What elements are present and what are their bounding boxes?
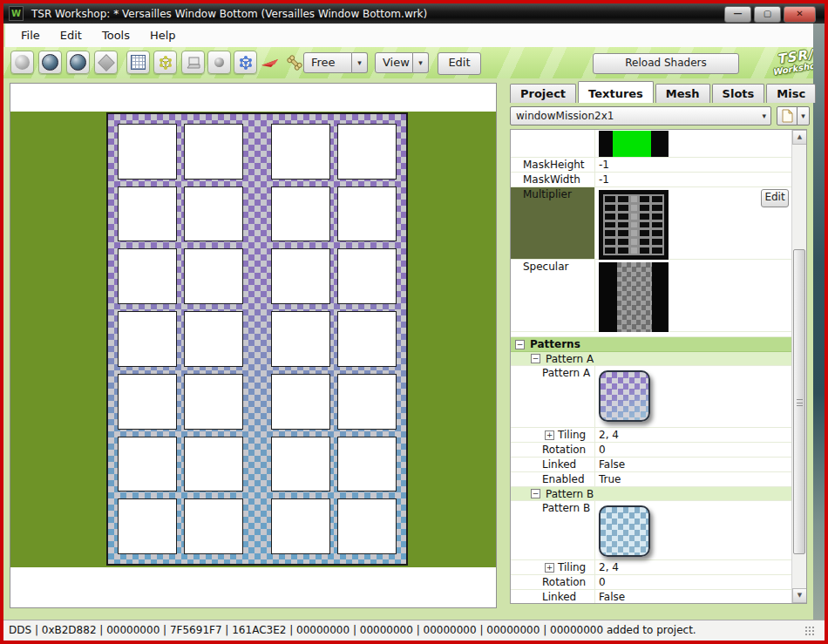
expand-icon[interactable]: + <box>545 563 554 573</box>
property-value[interactable]: False <box>595 590 791 604</box>
panel-tabs: Project Textures Mesh Slots Misc <box>510 81 818 103</box>
patterns-section-header[interactable]: − Patterns <box>511 337 791 352</box>
title-bar[interactable]: W TSR Workshop: * Versailles Window Bott… <box>3 3 825 24</box>
textured-mode-button[interactable] <box>66 51 90 74</box>
camera-mode-dropdown[interactable]: Free ▾ <box>303 52 368 73</box>
property-value[interactable]: False <box>595 458 791 471</box>
scroll-down-button[interactable]: ▼ <box>792 588 807 603</box>
mesh-points-button[interactable] <box>234 51 257 74</box>
property-label: MaskWidth <box>511 173 595 186</box>
maximize-button[interactable]: ▢ <box>754 6 781 23</box>
menu-file[interactable]: File <box>21 29 40 42</box>
collapse-icon[interactable]: − <box>531 354 540 363</box>
pattern-a-rotation-row[interactable]: Rotation 0 <box>511 443 791 458</box>
tab-project[interactable]: Project <box>510 84 576 103</box>
tsr-workshop-window: W TSR Workshop: * Versailles Window Bott… <box>0 0 828 644</box>
mask-texture-row[interactable] <box>511 130 791 158</box>
laptop-icon <box>186 56 201 70</box>
window-model <box>106 112 408 566</box>
pattern-a-section-header[interactable]: − Pattern A <box>511 352 791 366</box>
property-label: Rotation <box>511 575 595 589</box>
pattern-b-section-header[interactable]: − Pattern B <box>511 487 791 501</box>
grid-toggle-button[interactable] <box>126 51 150 74</box>
resize-grip[interactable] <box>804 626 816 637</box>
shaded-mode-button[interactable] <box>38 51 62 74</box>
pattern-a-tiling-row[interactable]: +Tiling 2, 4 <box>511 428 791 443</box>
bone-tool-button[interactable] <box>284 54 305 71</box>
collapse-icon[interactable]: − <box>531 489 540 498</box>
3d-viewport[interactable] <box>10 83 497 608</box>
texture-cell <box>631 214 637 220</box>
texture-selector-combo[interactable]: windowMission2x1 ▾ <box>510 106 771 125</box>
pattern-a-row[interactable]: Pattern A <box>511 366 791 428</box>
pattern-b-swatch[interactable] <box>599 505 650 557</box>
property-value[interactable]: 0 <box>595 443 791 457</box>
multiplier-texture-preview[interactable] <box>599 190 669 260</box>
diamond-icon <box>98 54 115 71</box>
texture-cell <box>631 205 637 211</box>
status-bar: DDS | 0xB2D882 | 00000000 | 7F5691F7 | 1… <box>3 620 825 641</box>
pattern-a-enabled-row[interactable]: Enabled True <box>511 472 791 487</box>
menu-tools[interactable]: Tools <box>102 29 130 42</box>
chevron-down-icon[interactable]: ▾ <box>413 52 429 73</box>
flat-mode-button[interactable] <box>94 51 118 74</box>
window-pane <box>337 498 397 554</box>
maskwidth-row[interactable]: MaskWidth -1 <box>511 173 791 187</box>
tab-mesh[interactable]: Mesh <box>655 84 710 103</box>
texture-cell <box>618 196 628 202</box>
window-pane <box>184 311 243 367</box>
tab-textures[interactable]: Textures <box>578 81 654 103</box>
mask-texture-preview[interactable] <box>599 131 669 157</box>
specular-texture-preview[interactable] <box>599 262 669 332</box>
property-value[interactable]: 2, 4 <box>595 560 791 574</box>
render-mode-button[interactable] <box>10 51 34 74</box>
expand-icon[interactable]: + <box>545 430 554 440</box>
pattern-a-linked-row[interactable]: Linked False <box>511 458 791 472</box>
multiplier-row[interactable]: Multiplier Edit <box>511 187 791 260</box>
collapse-icon[interactable]: − <box>515 340 525 349</box>
close-button[interactable]: ✕ <box>784 6 816 23</box>
property-grid-scrollbar[interactable]: ▲ ▼ <box>791 130 806 603</box>
window-pane <box>337 437 397 492</box>
edit-texture-button[interactable]: Edit <box>761 189 789 207</box>
window-pane <box>271 124 330 180</box>
reload-shaders-button[interactable]: Reload Shaders <box>593 53 739 74</box>
wireframe-toggle-button[interactable] <box>153 51 177 74</box>
property-value[interactable]: True <box>595 472 791 486</box>
property-value[interactable]: -1 <box>595 173 791 186</box>
texture-cell <box>618 214 628 220</box>
tab-slots[interactable]: Slots <box>712 84 765 103</box>
pattern-b-linked-row[interactable]: Linked False <box>511 590 791 604</box>
chevron-down-icon[interactable]: ▾ <box>352 52 368 73</box>
view-dropdown[interactable]: View ▾ <box>375 52 429 73</box>
document-icon <box>781 109 793 123</box>
window-pane <box>184 248 243 304</box>
new-texture-button[interactable] <box>777 106 797 125</box>
new-texture-dropdown[interactable]: ▾ <box>797 106 810 125</box>
tab-misc[interactable]: Misc <box>766 84 816 103</box>
pattern-b-row[interactable]: Pattern B <box>511 501 791 560</box>
texture-cell <box>605 205 615 211</box>
maskheight-row[interactable]: MaskHeight -1 <box>511 158 791 173</box>
screen-view-button[interactable] <box>181 51 205 74</box>
menu-edit[interactable]: Edit <box>60 29 82 42</box>
pattern-b-tiling-row[interactable]: +Tiling 2, 4 <box>511 560 791 575</box>
plane-tool-button[interactable] <box>260 54 281 71</box>
window-pane <box>118 186 177 242</box>
minimize-button[interactable]: — <box>724 6 751 23</box>
property-value[interactable]: -1 <box>595 158 791 172</box>
specular-row[interactable]: Specular <box>511 260 791 332</box>
property-value[interactable]: 2, 4 <box>595 428 791 442</box>
sphere-preview-button[interactable] <box>207 51 231 74</box>
pattern-a-swatch[interactable] <box>599 370 650 422</box>
specular-alpha-strip <box>617 262 652 332</box>
sash-divider <box>250 437 264 492</box>
edit-mode-button[interactable]: Edit <box>438 52 481 75</box>
pattern-b-rotation-row[interactable]: Rotation 0 <box>511 575 791 590</box>
menu-help[interactable]: Help <box>150 29 176 42</box>
property-value[interactable]: 0 <box>595 575 791 589</box>
sash-divider <box>250 498 264 554</box>
window-pane <box>337 248 397 304</box>
scroll-up-button[interactable]: ▲ <box>792 130 807 145</box>
scrollbar-thumb[interactable] <box>793 249 805 554</box>
